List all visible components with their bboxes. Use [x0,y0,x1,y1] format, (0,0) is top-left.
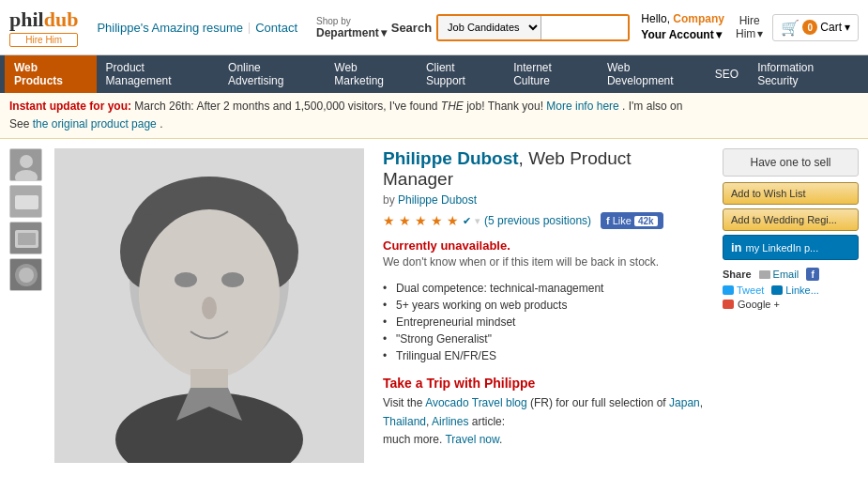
the-job-italic: THE [441,100,464,113]
thailand-link[interactable]: Thailand [383,415,426,428]
hire-him-btn[interactable]: Hire Him ▾ [736,14,763,40]
more-info-link[interactable]: More info here [546,100,618,113]
nav-item-online-advertising[interactable]: Online Advertising [219,55,325,93]
product-name-link[interactable]: Philippe Dubost [383,148,519,168]
nav-item-web-products[interactable]: Web Products [5,55,97,93]
bullet-item-4: •"Strong Generalist" [383,331,704,347]
thumb-2[interactable] [9,185,42,218]
unavailable-desc: We don't know when or if this item will … [383,255,704,269]
svg-point-1 [20,155,33,168]
cart-btn[interactable]: 🛒 0 Cart ▾ [772,14,859,41]
header-sep: | [248,21,251,34]
account-chevron-icon: ▾ [716,27,722,43]
cart-badge: 0 [802,20,817,35]
star-1: ★ [383,213,395,228]
product-author-link[interactable]: Philippe Dubost [398,193,477,207]
rating-expand-icon: ▾ [475,215,480,227]
fb-share-icon: f [806,268,819,281]
nav-item-information-security[interactable]: Information Security [748,55,863,93]
logo-phil: phil [9,8,44,32]
unavailable-text: Currently unavailable. [383,238,704,253]
nav-item-seo[interactable]: SEO [706,62,748,86]
fb-like-btn[interactable]: f Like 42k [601,212,663,229]
reviews-link[interactable]: (5 previous positions) [484,214,591,227]
fb-count: 42k [634,216,658,226]
star-4: ★ [431,213,443,228]
cart-label: Cart [820,21,842,34]
header: phildub Hire Him Philippe's Amazing resu… [0,0,868,55]
main-product-image [54,148,364,463]
main-content: Philippe Dubost, Web Product Manager by … [0,139,868,472]
logo-hire: Hire Him [9,33,78,47]
product-title: Philippe Dubost, Web Product Manager [383,148,704,190]
shop-by: Shop by Department ▾ [316,16,387,39]
instant-label: Instant update for you: [9,100,131,113]
add-to-wish-list-btn[interactable]: Add to Wish List [723,182,859,205]
travel-now-link[interactable]: Travel now [445,433,499,446]
header-links: Philippe's Amazing resume | Contact [97,21,297,35]
cart-chevron-icon: ▾ [845,21,850,34]
right-panel: Have one to sell Add to Wish List Add to… [723,148,859,463]
hello-text: Hello, [641,12,673,25]
svg-point-17 [175,272,197,287]
thumbnails-col [9,148,45,463]
bullet-item-2: •5+ years working on web products [383,297,704,314]
tweet-btn[interactable]: Tweet [723,284,764,296]
shop-by-dept[interactable]: Department ▾ [316,26,387,39]
company-name: Company [673,12,724,25]
cart-icon: 🛒 [781,19,799,37]
svg-point-16 [139,209,280,378]
svg-rect-7 [18,233,36,245]
nav-item-product-management[interactable]: Product Management [97,55,220,93]
trip-title: Take a Trip with Philippe [383,376,704,391]
hirehim-chevron-icon: ▾ [757,27,763,40]
google-share-btn[interactable]: Google + [723,299,859,310]
your-account-btn[interactable]: Your Account ▾ [641,27,724,43]
share-email-btn[interactable]: Email [759,269,799,280]
search-input[interactable] [541,16,630,39]
nav-item-web-marketing[interactable]: Web Marketing [325,55,417,93]
announcement-text: March 26th: After 2 months and 1,500,000… [134,100,440,113]
rating-row: ★ ★ ★ ★ ★ ✔ ▾ (5 previous positions) f L… [383,212,704,229]
linkedin-icon: in [731,240,742,254]
thumb-1[interactable] [9,148,42,181]
search-bar: Job Candidates Go [436,14,630,41]
resume-link[interactable]: Philippe's Amazing resume [97,21,243,35]
search-dropdown[interactable]: Job Candidates [438,16,541,39]
tweet-row: Tweet Linke... [723,284,859,296]
japan-link[interactable]: Japan [669,396,700,409]
bullet-icon-3: • [383,315,387,329]
bullet-list: •Dual competence: technical-management •… [383,280,704,364]
linkedin-btn[interactable]: in my LinkedIn p... [723,235,859,260]
star-5: ★ [447,213,459,228]
original-page-link[interactable]: the original product page [33,117,157,131]
share-label: Share [723,269,752,280]
thumb-3[interactable] [9,222,42,254]
nav-bar: Web Products Product Management Online A… [0,55,868,93]
rating-check-icon: ✔ [463,215,471,227]
airlines-link[interactable]: Airlines [432,415,468,428]
thumb-4[interactable] [9,258,42,291]
bullet-icon-1: • [383,282,387,295]
svg-point-10 [19,268,34,283]
trip-section: Take a Trip with Philippe Visit the Avoc… [383,376,704,449]
nav-item-web-development[interactable]: Web Development [598,55,706,93]
bullet-icon-4: • [383,332,387,346]
linkedin-share-icon [771,285,783,295]
logo[interactable]: phildub Hire Him [9,8,78,47]
nav-item-internet-culture[interactable]: Internet Culture [504,55,598,93]
product-by: by Philippe Dubost [383,193,704,207]
add-to-wedding-btn[interactable]: Add to Wedding Regi... [723,208,859,231]
travel-blog-link[interactable]: Avocado Travel blog [425,396,527,409]
share-fb-btn[interactable]: f [806,268,819,281]
contact-link[interactable]: Contact [255,21,297,35]
announcement-bar: Instant update for you: March 26th: Afte… [0,93,868,139]
svg-point-19 [202,297,217,319]
nav-item-client-support[interactable]: Client Support [417,55,504,93]
svg-rect-4 [15,195,38,209]
google-icon [723,300,734,309]
linkedin-share-btn[interactable]: Linke... [771,284,818,296]
bullet-icon-2: • [383,299,387,312]
fb-icon: f [606,215,610,226]
star-2: ★ [399,213,411,228]
